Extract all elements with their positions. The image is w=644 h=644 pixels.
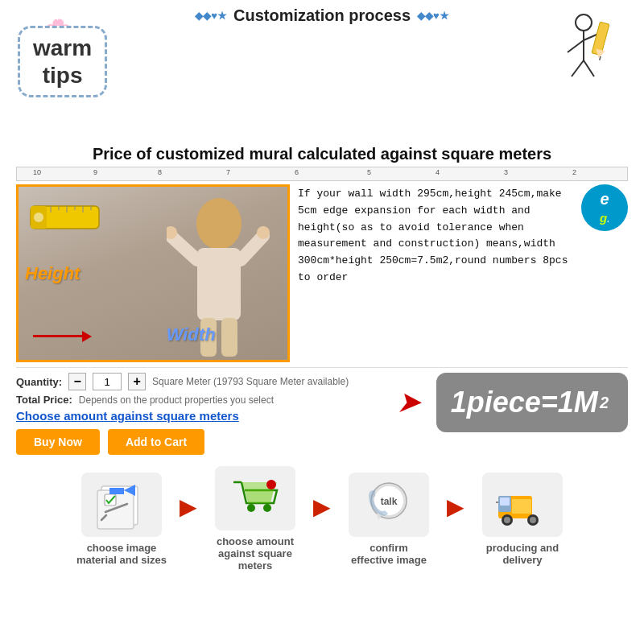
quantity-label: Quantity:: [16, 376, 62, 388]
action-buttons: Buy Now Add to Cart: [16, 429, 420, 455]
quantity-input[interactable]: [93, 373, 122, 390]
ruler: 10 9 8 7 6 5 4 3 2: [16, 167, 628, 181]
svg-point-49: [530, 517, 536, 523]
svg-line-4: [572, 60, 584, 76]
svg-line-12: [241, 236, 263, 260]
svg-rect-44: [500, 497, 510, 506]
height-label: Height: [25, 263, 80, 284]
svg-line-2: [568, 40, 584, 52]
width-label: Width: [167, 324, 216, 345]
badge-1piece: ➤ 1piece=1M2: [436, 373, 628, 432]
quantity-increase-button[interactable]: +: [128, 373, 146, 390]
svg-point-37: [266, 480, 276, 489]
header-deco-left: ◆◆♥★: [195, 10, 227, 22]
badge-text: 1piece=1M: [451, 386, 598, 419]
badge-arrow-icon: ➤: [398, 387, 419, 418]
svg-point-16: [257, 226, 270, 239]
svg-point-19: [34, 213, 43, 222]
step-1-label: choose image material and sizes: [76, 542, 167, 566]
choose-amount-text: Choose amount against square meters: [16, 409, 420, 423]
svg-text:talk: talk: [381, 496, 398, 507]
step-2-label: choose amount against square meters: [217, 535, 294, 572]
svg-point-9: [196, 198, 242, 250]
svg-rect-10: [197, 248, 241, 320]
image-box: Height Width: [16, 184, 290, 362]
badge-sup: 2: [600, 394, 609, 412]
step-3: talk confirm effective image: [324, 473, 453, 566]
pencil-character: [547, 8, 620, 100]
steps-footer: choose image material and sizes ▶ choose…: [0, 466, 644, 572]
buy-now-button[interactable]: Buy Now: [16, 429, 100, 455]
quantity-unit: Square Meter (19793 Square Meter availab…: [152, 376, 349, 387]
quantity-row: Quantity: − + Square Meter (19793 Square…: [16, 373, 420, 390]
warm-tips-line1: warm: [33, 35, 92, 62]
total-price-row: Total Price: Depends on the product prop…: [16, 394, 420, 406]
main-title: Price of customized mural calculated aga…: [0, 145, 644, 163]
svg-point-0: [576, 14, 592, 31]
example-text: If your wall width 295cm,height 245cm,ma…: [298, 184, 628, 287]
step-2: choose amount against square meters: [191, 466, 320, 572]
eg-badge: eg.: [581, 184, 628, 231]
step-4-label: producing and delivery: [486, 542, 559, 566]
svg-rect-45: [512, 499, 531, 514]
example-text-container: eg. If your wall width 295cm,height 245c…: [298, 184, 628, 362]
svg-rect-32: [109, 488, 124, 494]
svg-rect-14: [221, 318, 237, 357]
step-1: choose image material and sizes: [57, 473, 186, 566]
svg-point-35: [247, 504, 255, 512]
content-area: Height Width eg. If your wall width 295c…: [16, 184, 628, 362]
step-3-label: confirm effective image: [351, 542, 427, 566]
warm-tips-line2: tips: [33, 62, 92, 89]
total-price-value: Depends on the product properties you se…: [79, 394, 274, 406]
quantity-decrease-button[interactable]: −: [68, 373, 86, 390]
warm-tips-box: warm tips: [18, 26, 107, 97]
header-title: Customization process: [233, 6, 411, 25]
step-4-icon: [482, 473, 563, 537]
svg-line-8: [600, 56, 601, 60]
quantity-section: Quantity: − + Square Meter (19793 Square…: [16, 367, 628, 455]
svg-line-11: [171, 236, 197, 260]
svg-point-36: [263, 504, 271, 512]
step-4: producing and delivery: [458, 473, 587, 566]
total-price-label: Total Price:: [16, 394, 72, 406]
add-to-cart-button[interactable]: Add to Cart: [108, 429, 204, 455]
step-2-icon: [215, 466, 295, 530]
step-3-icon: talk: [349, 473, 429, 537]
svg-point-47: [504, 517, 510, 523]
left-controls: Quantity: − + Square Meter (19793 Square…: [16, 373, 420, 455]
svg-line-5: [584, 60, 594, 76]
step-1-icon: [81, 473, 162, 537]
header-deco-right: ◆◆♥★: [417, 10, 449, 22]
